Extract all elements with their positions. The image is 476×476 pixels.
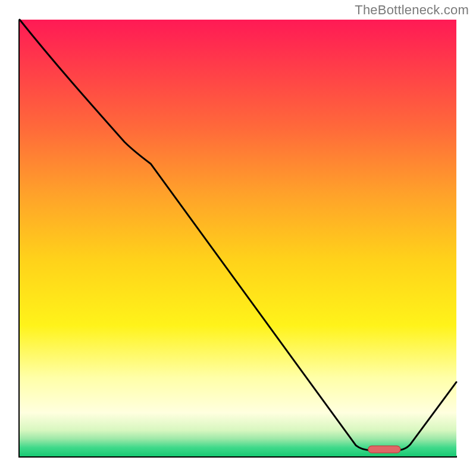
valley-marker — [368, 446, 400, 453]
chart-curve-layer — [20, 20, 456, 456]
watermark-text: TheBottleneck.com — [355, 2, 469, 18]
chart-plot-area — [20, 20, 456, 456]
bottleneck-curve — [20, 20, 456, 450]
